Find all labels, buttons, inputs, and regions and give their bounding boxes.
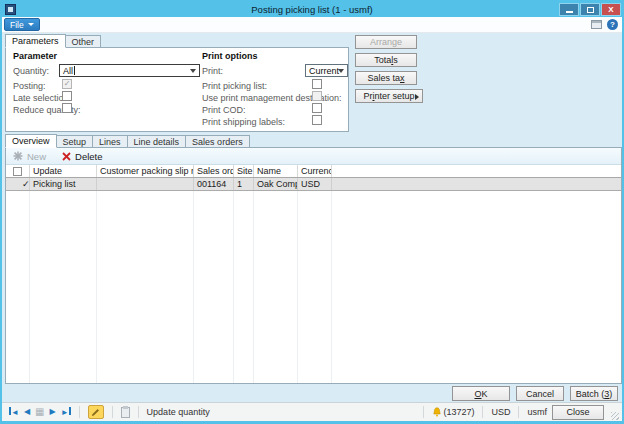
posting-checkbox[interactable]: ✓ — [62, 79, 72, 89]
restore-layout-icon[interactable] — [591, 20, 602, 29]
totals-button[interactable]: Totals — [355, 53, 417, 67]
print-shipping-labels-label: Print shipping labels: — [202, 117, 285, 127]
divider — [138, 406, 139, 418]
arrange-button[interactable]: Arrange — [355, 35, 417, 49]
chevron-down-icon — [338, 69, 344, 73]
column-header-sales-order[interactable]: Sales order — [194, 165, 234, 177]
delete-x-icon — [62, 152, 71, 161]
statusbar-right: (13727) USD usmf Close — [420, 405, 619, 420]
bell-icon — [432, 407, 442, 418]
close-button[interactable]: Close — [552, 405, 604, 420]
parameter-tabstrip: Parameters Other — [5, 34, 101, 48]
help-icon[interactable]: ? — [607, 19, 618, 30]
new-record-icon — [13, 151, 23, 161]
column-header-update[interactable]: Update — [30, 165, 97, 177]
notification-count: (13727) — [443, 407, 474, 417]
print-label: Print: — [202, 66, 223, 76]
cell-update[interactable]: Picking list — [30, 178, 97, 190]
dropdown-arrow-icon — [28, 23, 34, 26]
grid-toolbar: New Delete — [6, 148, 621, 165]
print-picking-list-label: Print picking list: — [202, 81, 267, 91]
cell-site[interactable]: 1 — [234, 178, 254, 190]
column-header-currency[interactable]: Currency — [298, 165, 332, 177]
posting-label: Posting: — [13, 81, 46, 91]
select-all-column-header[interactable] — [6, 165, 30, 177]
grid-header-row: Update Customer packing slip number Sale… — [6, 165, 621, 178]
pencil-icon — [91, 408, 100, 417]
tab-overview[interactable]: Overview — [5, 134, 57, 148]
divider — [518, 406, 519, 418]
close-window-button[interactable]: X — [601, 3, 621, 16]
cell-sales-order[interactable]: 001164 — [194, 178, 234, 190]
grid-view-icon[interactable]: ▦ — [35, 407, 44, 417]
cell-packing-slip[interactable] — [97, 178, 194, 190]
overview-grid-panel: New Delete Update Customer packing slip … — [5, 147, 622, 384]
notifications-indicator[interactable]: (13727) — [432, 407, 474, 418]
print-value: Current — [309, 66, 339, 76]
status-help-text: Update quantity — [147, 407, 210, 417]
posting-picking-list-window: Posting picking list (1 - usmf) X File ?… — [0, 0, 624, 424]
cancel-button[interactable]: Cancel — [516, 386, 564, 401]
column-header-packing-slip[interactable]: Customer packing slip number — [97, 165, 194, 177]
parameter-group-heading: Parameter — [13, 51, 57, 61]
cell-currency[interactable]: USD — [298, 178, 332, 190]
reduce-quantity-checkbox[interactable] — [62, 103, 72, 113]
table-row[interactable]: ✓ Picking list 001164 1 Oak Comp… USD — [6, 178, 621, 191]
grid-empty-area — [6, 191, 621, 383]
minimize-button[interactable] — [559, 3, 579, 16]
print-shipping-labels-checkbox[interactable] — [312, 115, 322, 125]
edit-mode-button[interactable] — [88, 405, 104, 419]
column-header-filler — [332, 165, 621, 177]
window-title: Posting picking list (1 - usmf) — [2, 2, 622, 17]
divider — [79, 406, 80, 418]
last-record-button[interactable]: ► — [61, 407, 71, 417]
resize-grip[interactable] — [611, 412, 619, 420]
title-bar: Posting picking list (1 - usmf) X — [2, 2, 622, 17]
printer-setup-button[interactable]: Printer setup — [355, 89, 423, 103]
use-print-mgmt-checkbox[interactable] — [312, 91, 322, 101]
menu-bar: File ? — [2, 17, 622, 33]
delete-button[interactable]: Delete — [62, 151, 102, 162]
column-header-name[interactable]: Name — [254, 165, 298, 177]
company-field[interactable]: usmf — [527, 407, 547, 417]
cell-name[interactable]: Oak Comp… — [254, 178, 298, 190]
chevron-down-icon — [190, 69, 196, 73]
parameters-panel: Parameter Quantity: All Posting: ✓ Late … — [5, 47, 349, 132]
submenu-arrow-icon — [415, 94, 419, 100]
batch-button[interactable]: Batch (3) — [570, 386, 618, 401]
select-all-checkbox[interactable] — [13, 167, 22, 176]
record-navigation: ◄ ◀ ▦ ▶ ► — [9, 407, 71, 417]
print-options-heading: Print options — [202, 51, 258, 61]
quantity-value: All — [63, 66, 73, 76]
first-record-button[interactable]: ◄ — [9, 407, 19, 417]
file-menu-label: File — [10, 20, 24, 30]
print-cod-label: Print COD: — [202, 105, 246, 115]
print-picking-list-checkbox[interactable] — [312, 79, 322, 89]
print-combobox[interactable]: Current — [305, 64, 348, 77]
currency-field[interactable]: USD — [491, 407, 510, 417]
previous-record-button[interactable]: ◀ — [24, 408, 30, 416]
grid-tabstrip: Overview Setup Lines Line details Sales … — [5, 134, 250, 148]
next-record-button[interactable]: ▶ — [50, 408, 56, 416]
file-menu-button[interactable]: File — [4, 18, 40, 31]
side-button-group: Arrange Totals Sales tax Printer setup — [355, 35, 423, 103]
divider — [482, 406, 483, 418]
maximize-button[interactable] — [580, 3, 600, 16]
delete-label: Delete — [75, 151, 102, 162]
row-checked-icon: ✓ — [22, 179, 30, 189]
late-selection-checkbox[interactable] — [62, 91, 72, 101]
divider — [423, 406, 424, 418]
print-cod-checkbox[interactable] — [312, 103, 322, 113]
column-header-site[interactable]: Site — [234, 165, 254, 177]
sales-tax-button[interactable]: Sales tax — [355, 71, 417, 85]
status-bar: ◄ ◀ ▦ ▶ ► Update quantity (13727) USD — [2, 402, 622, 421]
clipboard-icon[interactable] — [121, 407, 130, 418]
quantity-label: Quantity: — [13, 66, 49, 76]
row-update-checkbox-cell[interactable]: ✓ — [6, 178, 30, 190]
divider — [112, 406, 113, 418]
ok-button[interactable]: OK — [452, 386, 510, 401]
footer-button-row: OK Cancel Batch (3) — [452, 386, 618, 401]
tab-parameters[interactable]: Parameters — [5, 34, 66, 48]
quantity-combobox[interactable]: All — [59, 64, 200, 77]
new-button[interactable]: New — [13, 151, 46, 162]
